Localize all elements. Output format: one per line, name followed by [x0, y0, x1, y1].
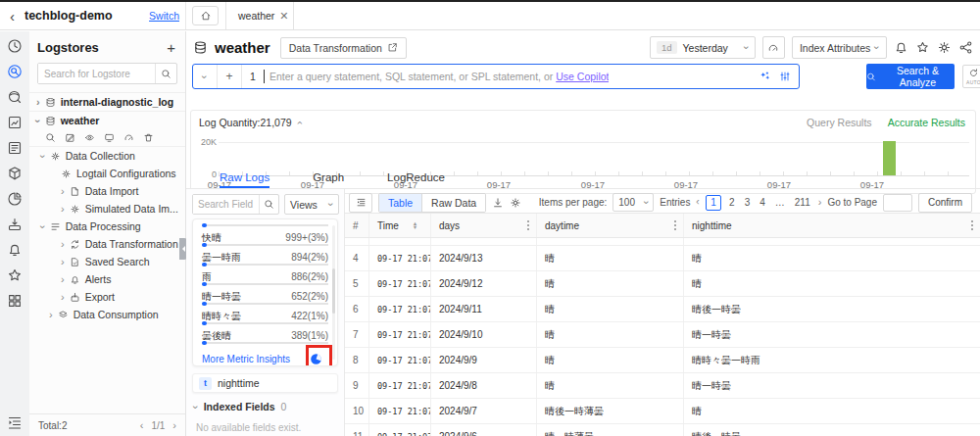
stat-item[interactable]: 晴一時曇652(2%) [202, 290, 328, 305]
goto-page-input[interactable] [883, 194, 912, 212]
apps-grid-icon[interactable] [7, 293, 23, 309]
tab-close-icon[interactable]: ✕ [279, 10, 288, 23]
favorite-badge-button[interactable] [915, 40, 930, 55]
field-row-nighttime[interactable]: t nighttime [192, 373, 338, 393]
tree-item-export[interactable]: › Export [29, 288, 185, 306]
switch-project-link[interactable]: Switch [149, 10, 179, 22]
stat-item[interactable]: 曇後晴389(1%) [202, 329, 328, 344]
log-search-icon[interactable] [7, 64, 23, 79]
tree-item-data-consumption[interactable]: › Data Consumption [29, 306, 185, 323]
page-2[interactable]: 2 [727, 197, 737, 208]
alerts-bell-button[interactable] [894, 40, 908, 55]
share-button[interactable] [958, 40, 973, 55]
table-row[interactable]: 709-17 21:07:462024/9/10晴晴一時曇 [345, 322, 980, 348]
logstore-search-button[interactable] [155, 64, 176, 83]
table-view-button[interactable]: Table [379, 194, 421, 212]
time-range-select[interactable]: 1d Yesterday › [650, 36, 756, 59]
col-daytime[interactable]: daytime [537, 214, 684, 237]
tree-item-data-processing[interactable]: › Data Processing [29, 218, 185, 235]
column-menu-icon[interactable] [527, 220, 529, 230]
stat-item[interactable]: 曇一時雨894(2%) [202, 251, 328, 266]
alerts-rail-icon[interactable] [7, 242, 23, 258]
auto-refresh-button[interactable]: AUTO [962, 65, 980, 88]
page-3[interactable]: 3 [743, 197, 753, 208]
data-import-rail-icon[interactable] [7, 217, 23, 232]
collapse-chart-icon[interactable]: › [294, 121, 305, 124]
prev-page-icon[interactable]: ‹ [140, 420, 144, 431]
tab-graph[interactable]: Graph [313, 166, 344, 188]
tab-raw-logs[interactable]: Raw Logs [220, 166, 270, 188]
tree-item-data-import[interactable]: › Data Import [29, 182, 185, 200]
per-page-select[interactable]: 100 › [612, 193, 654, 212]
tree-item-data-transformation[interactable]: › Data Transformation [29, 235, 185, 253]
stat-item[interactable]: 雨886(2%) [202, 270, 328, 285]
expand-icon[interactable]: › [36, 97, 40, 108]
add-query-tab-button[interactable]: + [218, 65, 242, 88]
eye-icon[interactable] [84, 132, 95, 143]
accurate-results-label[interactable]: Accurate Results [888, 117, 965, 128]
views-select[interactable]: Views › [284, 194, 339, 215]
more-metric-insights-link[interactable]: More Metric Insights [202, 354, 290, 364]
tree-item-saved-search[interactable]: › Saved Search [29, 253, 185, 270]
back-icon[interactable]: ‹ [10, 9, 15, 24]
collapse-menu-icon[interactable] [7, 414, 23, 430]
next-page-icon[interactable]: › [172, 420, 176, 431]
dashboard-icon[interactable] [7, 115, 23, 130]
column-menu-icon[interactable] [674, 220, 676, 230]
report-icon[interactable] [7, 140, 23, 156]
page-4[interactable]: 4 [758, 197, 767, 208]
settings-gear-button[interactable] [937, 40, 952, 55]
col-time[interactable]: Time▲▼ [369, 214, 431, 237]
home-button[interactable] [192, 6, 219, 25]
table-row[interactable]: 809-17 21:07:462024/9/9晴晴時々曇一時雨 [345, 348, 980, 373]
col-days[interactable]: days [431, 214, 537, 237]
favorites-icon[interactable] [7, 267, 23, 283]
prev-page-button[interactable]: › [696, 197, 700, 208]
index-attributes-button[interactable]: Index Attributes › [792, 36, 887, 59]
scan-mode-button[interactable] [762, 36, 785, 59]
table-row[interactable]: 909-17 21:07:462024/9/8晴晴一時曇 [345, 373, 980, 399]
indexed-fields-header[interactable]: › Indexed Fields 0 [194, 401, 286, 412]
trash-icon[interactable] [143, 132, 154, 143]
copilot-sparkle-icon[interactable] [760, 71, 771, 82]
table-row[interactable]: 409-17 21:07:462024/9/13晴晴 [345, 246, 980, 271]
history-icon[interactable] [7, 38, 23, 54]
tab-weather[interactable]: weather ✕ [225, 2, 294, 29]
edit-icon[interactable] [65, 132, 75, 143]
search-analyze-button[interactable]: Search & Analyze [866, 64, 955, 89]
sliders-icon[interactable] [779, 71, 791, 82]
table-row[interactable]: 609-17 21:07:462024/9/11晴晴後一時曇 [345, 297, 980, 322]
column-menu-icon[interactable] [971, 220, 973, 230]
search-tool-icon[interactable] [45, 132, 56, 143]
tree-item-alerts[interactable]: › Alerts [29, 270, 185, 288]
use-copilot-link[interactable]: Use Copilot [556, 71, 609, 82]
gauge-icon[interactable] [123, 132, 134, 143]
field-search-input[interactable] [193, 195, 259, 214]
next-page-button[interactable]: › [818, 197, 822, 208]
logstore-item-weather[interactable]: › weather [29, 111, 185, 129]
table-row[interactable]: 1009-17 21:07:462024/9/7晴後一時薄曇晴 [345, 399, 980, 424]
logstore-search-input[interactable] [38, 64, 155, 83]
global-search-icon[interactable] [7, 89, 23, 105]
page-211[interactable]: 211 [793, 197, 812, 208]
page-1[interactable]: 1 [706, 195, 721, 211]
table-row[interactable]: 509-17 21:07:462024/9/12晴晴 [345, 271, 980, 297]
download-button[interactable] [492, 197, 504, 209]
sort-icon[interactable]: ▲▼ [413, 221, 417, 229]
outline-toggle-button[interactable] [349, 193, 372, 213]
tree-item-data-collection[interactable]: › Data Collection [29, 147, 185, 165]
table-row[interactable]: 1109-17 21:07:462024/9/6晴一時薄曇晴後一時曇 [345, 424, 980, 436]
tab-logreduce[interactable]: LogReduce [387, 166, 445, 188]
raw-data-view-button[interactable]: Raw Data [421, 194, 485, 212]
query-collapse-button[interactable]: › [193, 65, 218, 88]
query-editor[interactable]: › + 1 Enter a query statement, SQL state… [192, 64, 800, 89]
resource-cube-icon[interactable] [7, 166, 23, 181]
pie-analysis-icon[interactable] [7, 191, 23, 207]
tree-item-logtail-configurations[interactable]: Logtail Configurations [29, 165, 185, 182]
table-settings-button[interactable] [510, 197, 521, 209]
field-panel-scrollbar[interactable] [332, 225, 335, 360]
tree-item-simulated-data-import[interactable]: › Simulated Data Im... [29, 200, 185, 218]
stat-item[interactable]: 晴時々曇422(1%) [202, 310, 328, 324]
col-nighttime[interactable]: nighttime [684, 214, 980, 237]
add-logstore-button[interactable]: + [167, 39, 175, 56]
